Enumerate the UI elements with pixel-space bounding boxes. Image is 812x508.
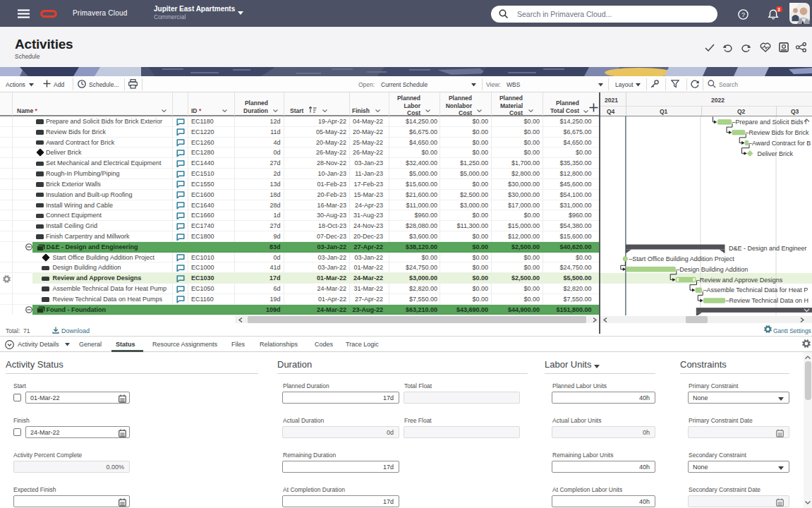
svg-text:D&E - Design and Engineer: D&E - Design and Engineer [729,245,807,252]
svg-text:–Review and Approve Designs: –Review and Approve Designs [696,276,783,283]
svg-text:?: ? [741,11,745,18]
svg-text:Deliver Brick: Deliver Brick [758,150,794,157]
svg-text:–Review Bids for Brick: –Review Bids for Brick [746,128,810,135]
svg-text:–Design Building Addition: –Design Building Addition [676,265,748,272]
svg-text:–Prepare and Solicit Bids f: –Prepare and Solicit Bids f [732,119,808,126]
svg-text:–Award Contract for B: –Award Contract for B [749,139,811,146]
svg-text:–Review Technical Data on H: –Review Technical Data on H [726,297,808,304]
svg-text:–Start Office Building Additio: –Start Office Building Addition Project [629,255,734,262]
svg-text:–Assemble Technical Data for H: –Assemble Technical Data for Heat P [703,286,808,294]
